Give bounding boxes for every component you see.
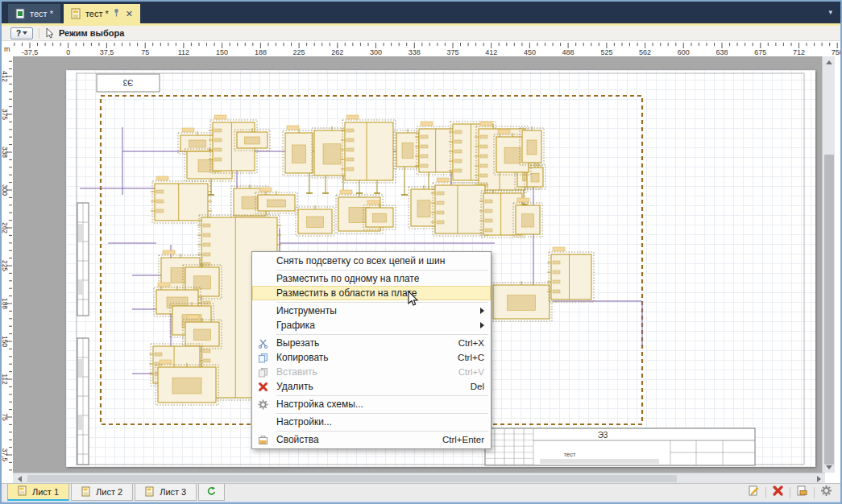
vertical-scrollbar[interactable]: [822, 56, 835, 473]
settings-gear-icon[interactable]: [820, 485, 832, 500]
menu-item[interactable]: Разместить по одному на плате: [252, 271, 491, 286]
horizontal-ruler: -37,5037,5751121501882252623003383754124…: [2, 41, 840, 56]
mouse-cursor-icon: [404, 290, 421, 308]
menu-item-shortcut: Ctrl+Enter: [442, 435, 484, 444]
scroll-up-icon[interactable]: [826, 60, 832, 64]
svg-text:562: 562: [639, 48, 651, 56]
menu-item-label: Удалить: [273, 381, 471, 392]
document-tab-label: тест *: [30, 9, 53, 19]
menu-item-label: Свойства: [273, 434, 442, 445]
rename-sheet-icon[interactable]: [796, 485, 808, 500]
document-tab[interactable]: тест *: [8, 4, 60, 23]
scroll-down-icon[interactable]: [826, 465, 832, 469]
menu-item-label: Вставить: [273, 366, 458, 378]
sheet-tab[interactable]: Лист 1: [7, 484, 69, 501]
add-sheet-button[interactable]: [198, 484, 225, 501]
sheet-page-icon: [145, 486, 155, 498]
svg-text:262: 262: [2, 222, 9, 233]
copy-icon: [252, 353, 273, 363]
properties-icon: [252, 435, 273, 445]
pin-icon[interactable]: [113, 8, 120, 19]
svg-text:262: 262: [331, 48, 343, 56]
sheet-tab-label: Лист 2: [96, 487, 122, 497]
menu-item[interactable]: Разместить в области на плате: [252, 286, 491, 300]
close-icon[interactable]: ✕: [124, 9, 133, 19]
menu-item-shortcut: Ctrl+X: [458, 338, 484, 348]
delete-icon: [252, 382, 273, 392]
svg-text:412: 412: [485, 48, 497, 56]
sheet-tab[interactable]: Лист 2: [71, 484, 133, 501]
menu-item-label: Вырезать: [273, 337, 458, 349]
menu-item[interactable]: СвойстваCtrl+Enter: [252, 432, 491, 447]
menu-item[interactable]: ВырезатьCtrl+X: [252, 336, 491, 350]
icon-separator: [765, 487, 766, 498]
svg-text:Э3: Э3: [122, 78, 133, 87]
menu-item-label: Графика: [273, 320, 480, 331]
query-cursor-icon: ?: [16, 29, 21, 38]
svg-text:75: 75: [2, 413, 9, 421]
svg-text:75: 75: [141, 48, 149, 56]
svg-text:225: 225: [293, 48, 305, 56]
menu-item[interactable]: Снять подсветку со всех цепей и шин: [252, 254, 491, 268]
svg-text:638: 638: [715, 48, 728, 56]
svg-text:188: 188: [2, 298, 9, 309]
ruler-unit-label: m: [4, 45, 10, 53]
icon-separator: [814, 487, 815, 498]
menu-item: ВставитьCtrl+V: [252, 365, 491, 379]
svg-text:-37,5: -37,5: [22, 48, 39, 56]
scroll-right-icon[interactable]: [817, 476, 821, 482]
svg-text:750: 750: [832, 48, 842, 56]
gear-icon: [252, 399, 273, 410]
svg-text:112: 112: [2, 374, 9, 385]
project-doc-icon: [15, 8, 26, 19]
menu-item[interactable]: Графика: [252, 318, 491, 333]
svg-text:375: 375: [446, 48, 458, 56]
paste-icon: [252, 367, 273, 378]
main-toolbar: ? Режим выбора: [2, 26, 840, 41]
menu-item[interactable]: Настройки...: [252, 415, 491, 429]
svg-text:412: 412: [2, 71, 9, 82]
menu-item[interactable]: КопироватьCtrl+C: [252, 350, 491, 365]
mode-label: Режим выбора: [59, 28, 124, 38]
document-tab-label: тест *: [85, 9, 109, 19]
vertical-scrollbar-thumb[interactable]: [824, 155, 834, 465]
delete-sheet-icon[interactable]: [772, 485, 784, 500]
svg-text:450: 450: [524, 48, 536, 56]
submenu-arrow-icon: [480, 322, 484, 328]
menu-item[interactable]: Настройка схемы...: [252, 397, 491, 411]
edit-sheet-icon[interactable]: [748, 485, 760, 500]
document-tab[interactable]: тест *✕: [64, 4, 140, 23]
tab-list-caret-icon[interactable]: ▾: [828, 8, 832, 16]
statusbar-strip: [2, 501, 840, 504]
menu-item-label: Разместить по одному на плате: [273, 273, 484, 284]
svg-text:37,5: 37,5: [100, 48, 114, 56]
svg-text:150: 150: [216, 48, 228, 56]
svg-text:675: 675: [754, 48, 766, 56]
svg-text:112: 112: [178, 48, 189, 56]
horizontal-scrollbar[interactable]: [13, 473, 825, 483]
sheetbar-spacer: [226, 484, 748, 501]
sheet-tab[interactable]: Лист 3: [135, 484, 197, 501]
sheet-page-icon: [18, 485, 27, 498]
menu-item[interactable]: УдалитьDel: [252, 379, 491, 394]
menu-item-shortcut: Ctrl+V: [458, 367, 484, 377]
cut-icon: [252, 338, 273, 349]
svg-text:37,5: 37,5: [2, 448, 9, 462]
icon-separator: [790, 487, 790, 498]
svg-text:225: 225: [2, 260, 9, 271]
menu-item-label: Инструменты: [273, 305, 480, 316]
svg-text:300: 300: [2, 184, 9, 196]
horizontal-scrollbar-thumb[interactable]: [27, 475, 677, 482]
svg-text:712: 712: [793, 48, 805, 56]
sheet-tabbar: Лист 1Лист 2Лист 3: [2, 483, 840, 501]
svg-text:338: 338: [409, 48, 421, 56]
app-window: тест *тест *✕▾ ? Режим выбора m -37,5037…: [0, 0, 842, 504]
sheet-tab-label: Лист 1: [32, 487, 59, 497]
scroll-left-icon[interactable]: [18, 476, 22, 482]
context-menu: Снять подсветку со всех цепей и шинРазме…: [251, 251, 492, 449]
menu-item[interactable]: Инструменты: [252, 304, 491, 318]
svg-text:375: 375: [2, 109, 9, 120]
svg-text:600: 600: [678, 48, 690, 56]
selection-tool-dropdown-button[interactable]: ?: [10, 27, 33, 39]
svg-text:488: 488: [562, 48, 574, 56]
